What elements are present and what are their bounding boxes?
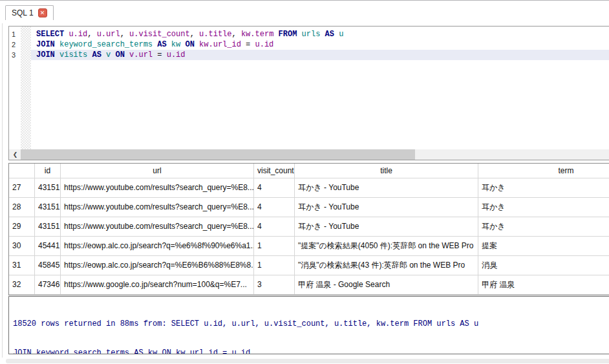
cell-id[interactable]: 45441 xyxy=(35,237,61,256)
cell-url[interactable]: https://www.youtube.com/results?search_q… xyxy=(61,198,254,217)
cell-title[interactable]: "提案"の検索結果(4050 件):英辞郎 on the WEB Pro xyxy=(295,237,478,256)
corner-header[interactable] xyxy=(9,164,35,178)
cell-visit_count[interactable]: 1 xyxy=(254,237,295,256)
sql-editor[interactable]: 123 SELECT u.id, u.url, u.visit_count, u… xyxy=(8,26,609,160)
row-number[interactable]: 30 xyxy=(9,237,35,256)
cell-term[interactable]: 耳かき xyxy=(478,198,609,217)
tabbar-divider xyxy=(0,0,609,1)
row-number[interactable]: 32 xyxy=(9,275,35,295)
cell-url[interactable]: https://www.youtube.com/results?search_q… xyxy=(61,217,254,237)
editor-horizontal-scrollbar[interactable]: ❮ xyxy=(9,149,609,160)
sql-token-pl xyxy=(55,50,59,59)
table-row: 2843151https://www.youtube.com/results?s… xyxy=(9,198,609,217)
cell-term[interactable]: 甲府 温泉 xyxy=(478,275,609,295)
cell-id[interactable]: 45845 xyxy=(35,256,61,275)
table-row: 3145845https://eowp.alc.co.jp/search?q=%… xyxy=(9,256,609,275)
line-number[interactable]: 1 xyxy=(12,29,21,39)
sql-token-pl: , xyxy=(232,30,241,39)
sql-token-fld: u.url xyxy=(97,30,120,39)
cell-url[interactable]: https://eowp.alc.co.jp/search?q=%e6%8f%9… xyxy=(61,237,254,256)
sql-token-kw: AS xyxy=(157,40,166,49)
sql-line[interactable]: JOIN keyword_search_terms AS kw ON kw.ur… xyxy=(31,39,609,50)
cell-url[interactable]: https://www.google.co.jp/search?num=100&… xyxy=(61,275,254,295)
sql-token-pl xyxy=(320,30,325,39)
sql-token-tbl: urls xyxy=(302,30,321,39)
row-number[interactable]: 28 xyxy=(9,198,35,217)
sql-token-pl: = xyxy=(241,40,255,49)
cell-title[interactable]: 耳かき - YouTube xyxy=(295,217,478,237)
cell-visit_count[interactable]: 4 xyxy=(254,178,295,198)
tab-sql-1[interactable]: SQL 1 ✕ xyxy=(5,5,54,20)
table-row: 3247346https://www.google.co.jp/search?n… xyxy=(9,275,609,295)
row-number[interactable]: 29 xyxy=(9,217,35,237)
table-header-row: idurlvisit_counttitleterm xyxy=(9,164,609,178)
sql-token-pl xyxy=(55,40,59,49)
sql-line-current[interactable]: JOIN visits AS v ON v.url = u.id xyxy=(31,50,609,60)
sql-token-kw: ON xyxy=(115,50,124,59)
line-number-gutter[interactable]: 123 xyxy=(9,27,21,149)
column-header-visit_count[interactable]: visit_count xyxy=(254,164,295,178)
tab-label: SQL 1 xyxy=(12,8,34,17)
sql-token-pl: , xyxy=(120,30,129,39)
execution-log: 18520 rows returned in 88ms from: SELECT… xyxy=(8,296,609,354)
sql-token-fld: v.url xyxy=(129,50,153,59)
sql-token-kw: AS xyxy=(92,50,101,59)
sql-token-tbl: visits xyxy=(59,50,87,59)
sql-token-kw: AS xyxy=(325,30,334,39)
sql-token-kw: JOIN xyxy=(36,50,55,59)
table-body: 2743151https://www.youtube.com/results?s… xyxy=(9,178,609,295)
table-row: 2943151https://www.youtube.com/results?s… xyxy=(9,217,609,237)
cell-title[interactable]: 耳かき - YouTube xyxy=(295,178,478,198)
tab-close-icon[interactable]: ✕ xyxy=(38,8,47,17)
column-header-term[interactable]: term xyxy=(478,164,609,178)
cell-visit_count[interactable]: 3 xyxy=(254,275,295,295)
sql-code-area[interactable]: SELECT u.id, u.url, u.visit_count, u.tit… xyxy=(31,27,609,149)
db-browser-execute-sql-view: { "window": { "tab_label": "SQL 1" }, "i… xyxy=(0,0,609,364)
sql-token-pl xyxy=(102,50,106,59)
results-table: idurlvisit_counttitleterm 2743151https:/… xyxy=(8,163,609,295)
cell-term[interactable]: 消臭 xyxy=(478,256,609,275)
sql-token-pl: = xyxy=(153,50,167,59)
column-header-url[interactable]: url xyxy=(61,164,254,178)
sql-token-pl: , xyxy=(87,30,96,39)
cell-id[interactable]: 43151 xyxy=(35,178,61,198)
sql-token-tbl: u xyxy=(339,30,343,39)
table-row: 3045441https://eowp.alc.co.jp/search?q=%… xyxy=(9,237,609,256)
cell-title[interactable]: "消臭"の検索結果(43 件):英辞郎 on the WEB Pro xyxy=(295,256,478,275)
column-header-title[interactable]: title xyxy=(295,164,478,178)
cell-url[interactable]: https://eowp.alc.co.jp/search?q=%E6%B6%8… xyxy=(61,256,254,275)
sql-token-fld: u.id xyxy=(255,40,274,49)
cell-title[interactable]: 甲府 温泉 - Google Search xyxy=(295,275,478,295)
scroll-left-icon: ❮ xyxy=(13,151,18,158)
sql-token-pl: , xyxy=(190,30,199,39)
scrollbar-thumb[interactable] xyxy=(21,149,415,160)
sql-token-kw: ON xyxy=(185,40,194,49)
sql-token-pl xyxy=(125,50,129,59)
cell-term[interactable]: 提案 xyxy=(478,237,609,256)
sql-token-kw: FROM xyxy=(279,30,297,39)
cell-visit_count[interactable]: 4 xyxy=(254,198,295,217)
sql-token-fld: kw.url_id xyxy=(199,40,241,49)
sql-token-pl xyxy=(195,40,199,49)
fold-margin xyxy=(21,27,31,149)
cell-id[interactable]: 43151 xyxy=(35,198,61,217)
sql-token-pl xyxy=(167,40,171,49)
sql-token-tbl: kw xyxy=(171,40,180,49)
cell-id[interactable]: 47346 xyxy=(35,275,61,295)
row-number[interactable]: 31 xyxy=(9,256,35,275)
line-number[interactable]: 2 xyxy=(12,39,21,50)
cell-url[interactable]: https://www.youtube.com/results?search_q… xyxy=(61,178,254,198)
cell-id[interactable]: 43151 xyxy=(35,217,61,237)
column-header-id[interactable]: id xyxy=(35,164,61,178)
cell-title[interactable]: 耳かき - YouTube xyxy=(295,198,478,217)
cell-visit_count[interactable]: 4 xyxy=(254,217,295,237)
line-number[interactable]: 3 xyxy=(12,50,21,60)
cell-term[interactable]: 耳かき xyxy=(478,217,609,237)
cell-visit_count[interactable]: 1 xyxy=(254,256,295,275)
sql-line[interactable]: SELECT u.id, u.url, u.visit_count, u.tit… xyxy=(31,29,609,39)
sql-token-kw: SELECT xyxy=(36,30,64,39)
row-number[interactable]: 27 xyxy=(9,178,35,198)
sql-token-fld: kw.term xyxy=(241,30,273,39)
cell-term[interactable]: 耳かき xyxy=(478,178,609,198)
scroll-left-button[interactable]: ❮ xyxy=(10,149,21,160)
